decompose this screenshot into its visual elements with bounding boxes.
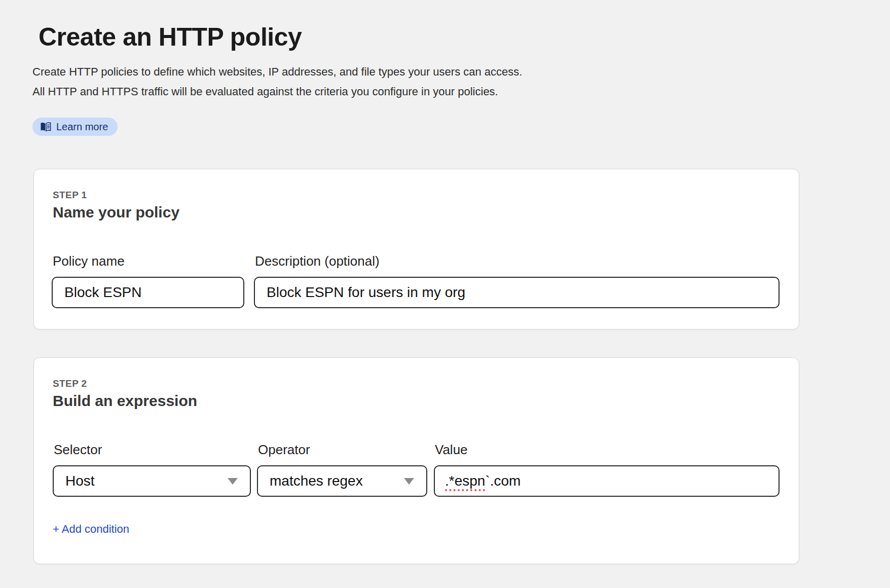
selector-dropdown[interactable]: Host [53,465,251,497]
step2-card: STEP 2 Build an expression Selector Host… [33,357,799,564]
add-condition-link[interactable]: + Add condition [53,523,129,536]
step1-card: STEP 1 Name your policy Policy name Desc… [33,169,799,329]
chevron-down-icon [228,478,238,485]
step1-label: STEP 1 [53,190,87,201]
selector-value: Host [65,473,228,489]
description-input[interactable] [254,277,780,308]
step2-heading: Build an expression [53,392,197,410]
chevron-down-icon [404,478,414,485]
step2-label: STEP 2 [53,378,87,389]
description-label: Description (optional) [255,253,380,269]
step1-heading: Name your policy [53,204,179,221]
page-description-line2: All HTTP and HTTPS traffic will be evalu… [32,82,522,101]
operator-dropdown[interactable]: matches regex [257,465,427,497]
learn-more-button[interactable]: Learn more [32,118,118,136]
operator-value: matches regex [270,473,404,489]
operator-label: Operator [258,442,310,458]
page-description-line1: Create HTTP policies to define which web… [32,62,522,82]
value-text-misspelled: .*espn [445,473,485,489]
policy-name-input[interactable] [52,277,244,308]
learn-more-label: Learn more [56,121,108,133]
value-label: Value [435,442,468,458]
value-input[interactable]: .*espn`.com [434,465,780,497]
value-text-rest: `.com [485,473,521,489]
book-icon [40,122,51,132]
selector-label: Selector [54,442,102,458]
page-description: Create HTTP policies to define which web… [32,62,522,101]
create-http-policy-page: { "page": { "title": "Create an HTTP pol… [0,0,890,588]
policy-name-label: Policy name [53,253,125,269]
page-title: Create an HTTP policy [39,22,302,52]
